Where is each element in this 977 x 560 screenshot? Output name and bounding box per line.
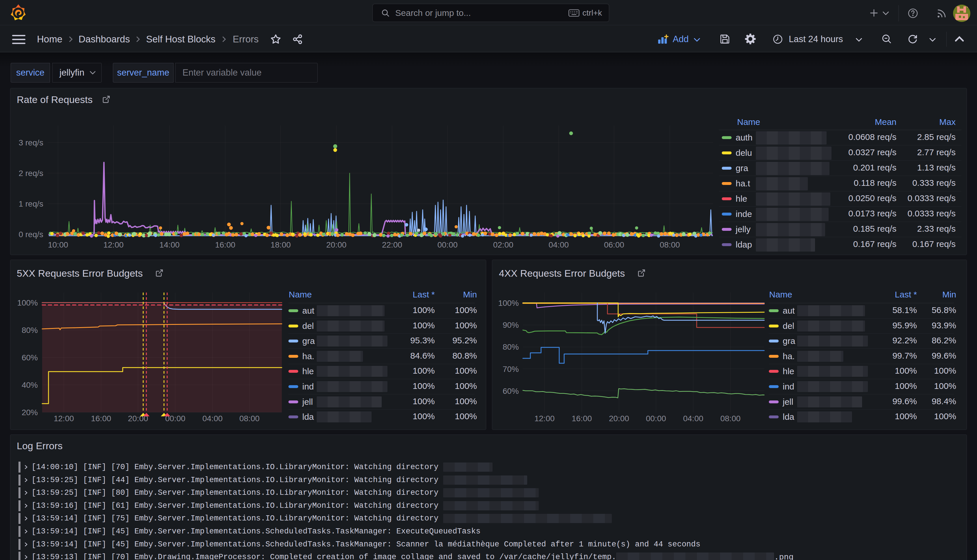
- svg-text:20%: 20%: [22, 408, 38, 417]
- svg-text:60%: 60%: [503, 387, 519, 395]
- svg-text:16:00: 16:00: [572, 414, 592, 423]
- svg-text:3 req/s: 3 req/s: [18, 138, 43, 147]
- svg-text:16:00: 16:00: [215, 240, 235, 249]
- svg-text:20:00: 20:00: [326, 240, 346, 249]
- svg-text:2 req/s: 2 req/s: [18, 169, 43, 178]
- svg-text:06:00: 06:00: [604, 240, 624, 249]
- svg-text:08:00: 08:00: [720, 414, 741, 423]
- svg-text:04:00: 04:00: [683, 414, 703, 423]
- svg-text:70%: 70%: [503, 365, 519, 373]
- svg-text:100%: 100%: [498, 298, 519, 308]
- svg-text:18:00: 18:00: [271, 240, 291, 249]
- svg-text:04:00: 04:00: [202, 414, 222, 423]
- svg-text:90%: 90%: [503, 320, 519, 330]
- svg-text:02:00: 02:00: [493, 240, 513, 249]
- svg-text:20:00: 20:00: [609, 414, 629, 423]
- svg-text:10:00: 10:00: [48, 240, 68, 249]
- svg-text:1 req/s: 1 req/s: [18, 199, 43, 208]
- svg-text:04:00: 04:00: [549, 240, 569, 249]
- svg-text:22:00: 22:00: [382, 240, 402, 249]
- svg-text:00:00: 00:00: [646, 414, 666, 423]
- svg-text:80%: 80%: [22, 326, 38, 335]
- svg-text:08:00: 08:00: [239, 414, 260, 423]
- svg-text:14:00: 14:00: [159, 240, 180, 249]
- svg-text:00:00: 00:00: [438, 240, 458, 249]
- svg-text:80%: 80%: [503, 342, 519, 352]
- svg-text:12:00: 12:00: [534, 414, 554, 423]
- svg-text:0 req/s: 0 req/s: [18, 230, 43, 239]
- svg-text:12:00: 12:00: [54, 414, 74, 423]
- svg-text:100%: 100%: [17, 298, 38, 307]
- svg-text:16:00: 16:00: [91, 414, 111, 423]
- svg-text:12:00: 12:00: [104, 240, 124, 249]
- svg-text:08:00: 08:00: [660, 240, 680, 249]
- svg-text:40%: 40%: [22, 380, 38, 390]
- svg-text:60%: 60%: [22, 353, 38, 362]
